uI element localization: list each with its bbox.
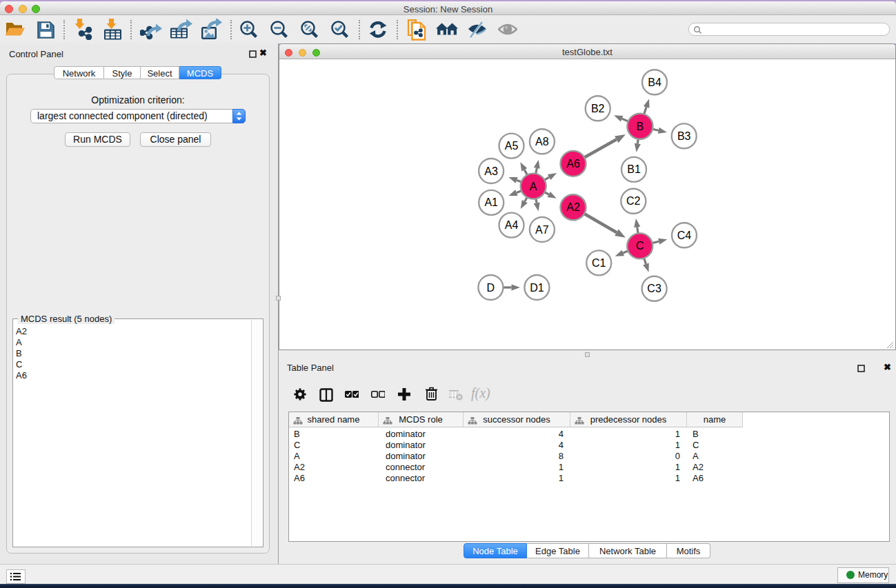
svg-text:D: D: [487, 282, 495, 294]
svg-text:A6: A6: [566, 158, 580, 170]
svg-text:C: C: [636, 240, 644, 252]
svg-text:C2: C2: [626, 195, 641, 207]
svg-text:A7: A7: [535, 224, 549, 236]
svg-text:A8: A8: [535, 136, 549, 148]
svg-text:C4: C4: [677, 230, 692, 241]
svg-text:B: B: [637, 121, 644, 132]
svg-text:A1: A1: [484, 196, 498, 208]
svg-text:D1: D1: [530, 282, 544, 294]
svg-text:B2: B2: [591, 103, 605, 114]
svg-text:A5: A5: [505, 140, 519, 152]
svg-text:C3: C3: [647, 283, 661, 294]
svg-text:B1: B1: [627, 163, 641, 175]
svg-text:A3: A3: [484, 165, 498, 177]
svg-text:C1: C1: [592, 257, 606, 269]
svg-text:A: A: [530, 181, 537, 192]
svg-text:B4: B4: [648, 77, 661, 88]
svg-text:A2: A2: [566, 201, 580, 213]
svg-text:f(x): f(x): [471, 386, 490, 401]
svg-text:A4: A4: [505, 219, 519, 231]
svg-text:B3: B3: [677, 130, 691, 142]
